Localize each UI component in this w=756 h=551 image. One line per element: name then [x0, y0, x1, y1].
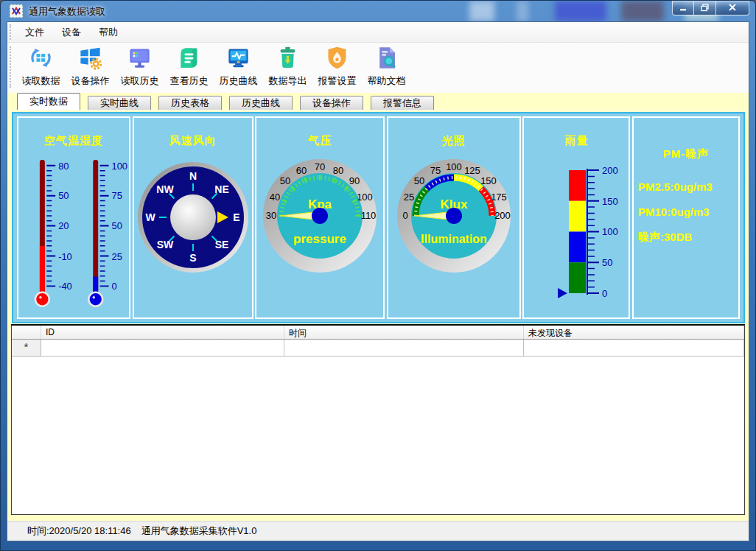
tool-label: 读取历史	[121, 74, 159, 88]
svg-text:50: 50	[112, 220, 122, 231]
svg-text:75: 75	[112, 190, 122, 201]
svg-text:200: 200	[602, 165, 618, 176]
pm10-value: PM10:0ug/m3	[638, 206, 738, 218]
svg-text:SE: SE	[214, 239, 228, 250]
menu-device[interactable]: 设备	[53, 23, 90, 42]
svg-text:110: 110	[361, 210, 377, 221]
tool-label: 报警设置	[318, 74, 357, 88]
tab-realtime-curve[interactable]: 实时曲线	[88, 96, 151, 110]
menu-file[interactable]: 文件	[16, 23, 53, 42]
section-title: PM-噪声	[663, 147, 710, 161]
grid-header: ID 时间 未发现设备	[12, 326, 744, 340]
svg-text:50: 50	[58, 190, 69, 201]
device-operation-button[interactable]: 设备操作	[66, 43, 115, 88]
column-header-device[interactable]: 未发现设备	[524, 326, 744, 339]
close-button[interactable]	[715, 1, 749, 15]
svg-text:0: 0	[602, 288, 607, 299]
svg-text:30: 30	[266, 210, 276, 221]
svg-text:W: W	[145, 211, 155, 223]
svg-text:175: 175	[491, 192, 507, 203]
tab-device-operation[interactable]: 设备操作	[300, 96, 363, 110]
help-doc-button[interactable]: 帮助文档	[362, 43, 411, 88]
svg-text:50: 50	[280, 175, 290, 186]
cell-device[interactable]	[524, 340, 744, 357]
svg-text:SW: SW	[156, 239, 173, 250]
svg-text:50: 50	[602, 257, 612, 268]
svg-text:0: 0	[402, 210, 407, 221]
svg-text:N: N	[189, 170, 197, 182]
data-export-button[interactable]: 数据导出	[263, 43, 312, 88]
illumination-gauge: 0 25 50 75 100 125 150 175 200 Klux Illu…	[391, 157, 517, 275]
window-title: 通用气象数据读取	[29, 5, 105, 18]
svg-text:S: S	[189, 252, 196, 264]
tab-strip: 实时数据 实时曲线 历史表格 历史曲线 设备操作 报警信息	[7, 93, 749, 110]
glass-reflection	[621, 1, 664, 21]
tool-label: 设备操作	[71, 74, 110, 88]
cell-id[interactable]	[41, 340, 284, 357]
tab-history-table[interactable]: 历史表格	[158, 96, 222, 110]
tab-realtime-data[interactable]: 实时数据	[17, 93, 80, 110]
table-row: *	[12, 340, 744, 357]
dashboard-panel: 空气温湿度 80 50 20 -10 -40	[12, 112, 745, 323]
section-title: 光照	[442, 134, 466, 148]
new-row-marker[interactable]: *	[12, 340, 41, 357]
status-app-version: 通用气象数据采集软件V1.0	[141, 524, 257, 538]
svg-text:80: 80	[333, 165, 343, 176]
svg-text:25: 25	[112, 251, 122, 262]
pressure-section: 气压 30 40 50 60	[255, 116, 385, 319]
section-title: 雨量	[564, 134, 588, 148]
svg-text:NE: NE	[214, 183, 228, 195]
temp-humidity-section: 空气温湿度 80 50 20 -10 -40	[17, 116, 130, 319]
read-history-button[interactable]: 读取历史	[115, 43, 164, 88]
tab-alarm-info[interactable]: 报警信息	[371, 96, 434, 110]
menu-bar: 文件 设备 帮助	[7, 22, 749, 43]
client-area: 文件 设备 帮助 读取数据	[7, 21, 749, 541]
tool-label: 历史曲线	[220, 74, 258, 88]
cell-time[interactable]	[284, 340, 524, 357]
refresh-windows-icon	[28, 45, 54, 74]
pm25-value: PM2.5:0ug/m3	[638, 180, 738, 193]
windows-gear-icon	[77, 45, 103, 74]
read-data-button[interactable]: 读取数据	[16, 43, 66, 88]
svg-text:-40: -40	[58, 281, 72, 292]
window-controls	[672, 1, 749, 15]
alarm-settings-button[interactable]: 报警设置	[312, 43, 362, 88]
rain-section: 雨量 200 150 100 50 0	[522, 116, 630, 319]
app-icon	[10, 4, 23, 18]
glass-reflection	[469, 1, 494, 21]
svg-text:Illumination: Illumination	[421, 233, 487, 245]
svg-text:pressure: pressure	[293, 232, 346, 246]
column-header-time[interactable]: 时间	[284, 326, 524, 339]
menu-help[interactable]: 帮助	[90, 23, 127, 42]
title-bar[interactable]: 通用气象数据读取	[1, 1, 755, 21]
bin-export-icon	[275, 45, 301, 74]
svg-text:40: 40	[270, 192, 280, 203]
app-window: 通用气象数据读取 文件 设备 帮助	[0, 0, 756, 551]
toolbar-gripper[interactable]	[10, 46, 13, 88]
section-title: 风速风向	[169, 134, 217, 148]
realtime-data-page: 空气温湿度 80 50 20 -10 -40	[7, 110, 749, 521]
pm-readings: PM2.5:0ug/m3 PM10:0ug/m3 噪声:30DB	[634, 180, 738, 257]
tab-history-curve[interactable]: 历史曲线	[229, 96, 293, 110]
status-bar: 时间:2020/5/20 18:11:46 通用气象数据采集软件V1.0	[7, 521, 749, 541]
svg-text:100: 100	[602, 226, 618, 237]
svg-text:25: 25	[404, 192, 414, 203]
svg-text:125: 125	[464, 165, 480, 176]
document-lines-icon	[176, 45, 202, 74]
history-curve-button[interactable]: 历史曲线	[214, 43, 263, 88]
column-header-id[interactable]: ID	[41, 326, 284, 339]
tool-label: 查看历史	[170, 74, 209, 88]
shield-flame-icon	[324, 45, 350, 74]
restore-button[interactable]	[694, 1, 715, 15]
svg-text:NW: NW	[156, 183, 174, 195]
row-selector-header	[12, 326, 41, 339]
svg-text:E: E	[233, 211, 239, 223]
glass-reflection	[555, 1, 606, 21]
svg-text:100: 100	[112, 161, 127, 172]
menu-gripper[interactable]	[10, 24, 13, 41]
minimize-button[interactable]	[672, 1, 694, 15]
device-data-grid: ID 时间 未发现设备 *	[11, 324, 745, 515]
svg-text:150: 150	[602, 196, 618, 207]
glass-reflection	[517, 1, 528, 21]
view-history-button[interactable]: 查看历史	[164, 43, 214, 88]
